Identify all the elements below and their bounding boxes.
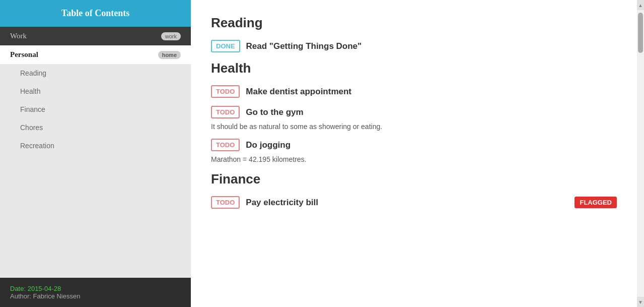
sidebar-item-health[interactable]: Health — [0, 82, 191, 100]
task-row: TODO Do jogging — [211, 139, 617, 151]
sidebar: Table of Contents Work work Personal hom… — [0, 0, 191, 307]
task-note: It should be as natural to some as showe… — [211, 122, 617, 131]
sidebar-header: Table of Contents — [0, 0, 191, 27]
sidebar-section-work[interactable]: Work work — [0, 27, 191, 45]
sidebar-item-reading[interactable]: Reading — [0, 64, 191, 82]
task-text: Go to the gym — [246, 107, 303, 117]
task-text: Read "Getting Things Done" — [246, 41, 362, 51]
scroll-thumb[interactable] — [638, 13, 643, 53]
task-left: TODO Pay electricity bill — [211, 196, 318, 209]
sidebar-personal-badge: home — [158, 51, 181, 59]
sidebar-work-label: Work — [10, 32, 27, 40]
task-note: Marathon = 42.195 kilometres. — [211, 155, 617, 163]
sidebar-item-finance[interactable]: Finance — [0, 100, 191, 118]
sidebar-title: Table of Contents — [61, 8, 129, 18]
section-reading-title: Reading — [211, 15, 617, 31]
scrollbar[interactable]: ▲ ▼ — [637, 0, 644, 307]
sidebar-item-chores[interactable]: Chores — [0, 118, 191, 137]
badge-todo: TODO — [211, 139, 240, 151]
sidebar-work-badge: work — [161, 32, 181, 40]
task-row: TODO Go to the gym — [211, 106, 617, 118]
badge-todo: TODO — [211, 196, 240, 209]
task-left: TODO Do jogging — [211, 139, 291, 151]
task-row: TODO Pay electricity bill FLAGGED — [211, 196, 617, 209]
task-text: Pay electricity bill — [246, 198, 318, 208]
task-left: TODO Go to the gym — [211, 106, 304, 118]
section-health: Health TODO Make dentist appointment TOD… — [211, 60, 617, 163]
sidebar-author: Author: Fabrice Niessen — [10, 292, 181, 300]
sidebar-date: Date: 2015-04-28 — [10, 285, 181, 292]
section-health-title: Health — [211, 60, 617, 76]
section-reading: Reading DONE Read "Getting Things Done" — [211, 15, 617, 52]
task-row: DONE Read "Getting Things Done" — [211, 40, 617, 52]
scroll-down-arrow[interactable]: ▼ — [637, 297, 644, 307]
badge-todo: TODO — [211, 85, 240, 98]
sidebar-section-personal[interactable]: Personal home — [0, 45, 191, 64]
sidebar-personal-label: Personal — [10, 50, 38, 59]
badge-todo: TODO — [211, 106, 240, 118]
scroll-up-arrow[interactable]: ▲ — [637, 0, 644, 10]
sidebar-footer: Date: 2015-04-28 Author: Fabrice Niessen — [0, 278, 191, 307]
task-row: TODO Make dentist appointment — [211, 85, 617, 98]
sidebar-item-recreation[interactable]: Recreation — [0, 137, 191, 155]
task-text: Make dentist appointment — [246, 87, 351, 97]
main-content[interactable]: Reading DONE Read "Getting Things Done" … — [191, 0, 637, 307]
task-left: TODO Make dentist appointment — [211, 85, 351, 98]
section-finance-title: Finance — [211, 171, 617, 187]
task-left: DONE Read "Getting Things Done" — [211, 40, 362, 52]
task-text: Do jogging — [246, 140, 291, 150]
sidebar-subitems: Reading Health Finance Chores Recreation — [0, 64, 191, 278]
flagged-badge: FLAGGED — [575, 197, 617, 208]
badge-done: DONE — [211, 40, 240, 52]
section-finance: Finance TODO Pay electricity bill FLAGGE… — [211, 171, 617, 209]
